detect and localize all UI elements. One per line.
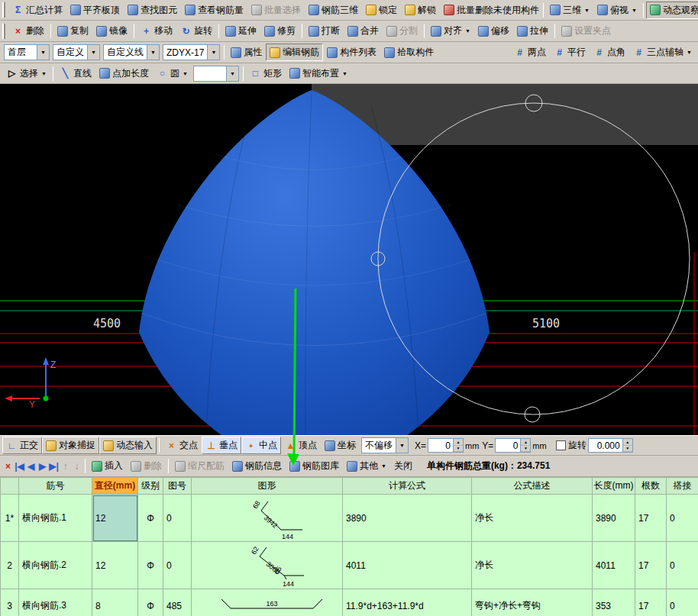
cell-formula[interactable]: 3890 (343, 495, 472, 542)
table-row[interactable]: 2 横向钢筋.2 12 Φ 0 62 3060 65 144 4011 净长 4… (1, 542, 698, 589)
nav-prev-button[interactable]: ◀ (25, 460, 37, 472)
x-coordinate-value[interactable]: 0 (428, 438, 454, 453)
chevron-down-icon[interactable]: ▼ (87, 45, 99, 60)
summary-calc-button[interactable]: Σ汇总计算 (8, 2, 66, 19)
cell-lap[interactable]: 0 (667, 589, 698, 616)
cell-formula-desc[interactable]: 净长 (472, 495, 593, 542)
cell-grade[interactable]: Φ (138, 542, 163, 589)
cell-count[interactable]: 17 (635, 542, 667, 589)
cell-formula[interactable]: 11.9*d+163+11.9*d (343, 589, 472, 616)
cell-formula-desc[interactable]: 弯钩+净长+弯钩 (472, 589, 593, 616)
chevron-down-icon[interactable]: ▼ (396, 438, 408, 453)
close-panel-icon[interactable]: × (2, 460, 14, 472)
spin-down-icon[interactable]: ▼ (521, 446, 530, 453)
spin-up-icon[interactable]: ▲ (521, 439, 530, 446)
merge-button[interactable]: 合并 (344, 22, 383, 40)
other-dropdown[interactable]: 其他▼ (343, 457, 390, 475)
rebar-info-button[interactable]: 钢筋信息 (228, 457, 286, 475)
col-header-diameter[interactable]: 直径(mm) (92, 478, 138, 495)
col-header-formula-desc[interactable]: 公式描述 (472, 478, 593, 495)
cell-figure-no[interactable]: 0 (163, 495, 192, 542)
toolbar-grip[interactable] (2, 2, 5, 18)
move-button[interactable]: +移动 (137, 22, 176, 40)
nav-first-button[interactable]: |◀ (14, 460, 25, 472)
coordinate-snap-button[interactable]: 坐标 (321, 437, 360, 454)
copy-button[interactable]: 复制 (53, 22, 92, 40)
spin-up-icon[interactable]: ▲ (454, 439, 463, 446)
nav-next-button[interactable]: ▶ (37, 460, 48, 472)
cell-name[interactable]: 横向钢筋.2 (19, 542, 92, 589)
rotate-angle-input[interactable]: 0.000▲▼ (588, 438, 633, 453)
nav-last-button[interactable]: ▶| (48, 460, 60, 472)
circle-dropdown[interactable]: ○圆▼ (153, 65, 192, 82)
y-coordinate-value[interactable]: 0 (495, 438, 521, 453)
unlock-button[interactable]: 解锁 (401, 2, 440, 19)
cell-formula[interactable]: 4011 (343, 542, 472, 589)
col-header-count[interactable]: 根数 (635, 478, 667, 495)
cell-diameter-selected[interactable]: 12 (92, 495, 138, 542)
chevron-down-icon[interactable]: ▼ (37, 45, 49, 60)
element-type-select[interactable]: 自定义线▼ (103, 44, 160, 60)
cell-length[interactable]: 353 (593, 589, 635, 616)
offset-button[interactable]: 偏移 (474, 22, 513, 40)
spin-down-icon[interactable]: ▼ (454, 446, 463, 453)
chevron-down-icon[interactable]: ▼ (226, 66, 238, 81)
rebar-library-button[interactable]: 钢筋图库 (286, 457, 343, 475)
cell-grade[interactable]: Φ (138, 589, 163, 616)
row-number-cell[interactable]: 3 (1, 589, 19, 616)
cell-length[interactable]: 4011 (593, 542, 635, 589)
row-number-cell[interactable]: 2 (1, 542, 19, 589)
point-angle-axis-button[interactable]: #点角 (590, 44, 629, 61)
align-slab-top-button[interactable]: 平齐板顶 (66, 2, 124, 19)
row-number-cell[interactable]: 1* (1, 495, 19, 542)
point-plus-length-button[interactable]: 点加长度 (95, 65, 153, 82)
stretch-button[interactable]: 拉伸 (513, 22, 552, 40)
col-header-formula[interactable]: 计算公式 (343, 478, 472, 495)
parallel-axis-button[interactable]: #平行 (550, 44, 590, 61)
cell-figure-no[interactable]: 0 (163, 542, 192, 589)
cell-figure-no[interactable]: 485 (163, 589, 192, 616)
three-point-aux-axis-dropdown[interactable]: #三点辅轴▼ (629, 44, 696, 61)
extend-button[interactable]: 延伸 (221, 22, 260, 40)
line-button[interactable]: ╲直线 (56, 65, 95, 82)
cell-formula-desc[interactable]: 净长 (472, 542, 593, 589)
cell-figure[interactable]: 68 3942 144 (192, 495, 343, 542)
element-name-select[interactable]: ZDYX-17▼ (163, 44, 220, 60)
viewport-3d[interactable]: 4500 5100 Z Y (0, 84, 698, 435)
pick-element-button[interactable]: 拾取构件 (380, 44, 438, 61)
cell-grade[interactable]: Φ (138, 495, 163, 542)
cell-lap[interactable]: 0 (667, 542, 698, 589)
table-row[interactable]: 1* 横向钢筋.1 12 Φ 0 68 3942 144 3890 净长 389… (1, 495, 698, 542)
floor-select[interactable]: 首层▼ (4, 44, 50, 60)
col-header-figure[interactable]: 图形 (192, 478, 343, 495)
view-rebar-qty-button[interactable]: 查看钢筋量 (181, 2, 247, 19)
cell-figure[interactable]: 163 (192, 589, 343, 616)
break-button[interactable]: 打断 (305, 22, 344, 40)
object-snap-toggle[interactable]: 对象捕捉 (42, 437, 99, 454)
smart-layout-dropdown[interactable]: 智能布置▼ (286, 65, 351, 82)
table-row[interactable]: 3 横向钢筋.3 8 Φ 485 163 11.9*d+163+11.9*d 弯… (1, 589, 698, 616)
view-3d-dropdown[interactable]: 三维▼ (546, 2, 593, 19)
midpoint-snap-button[interactable]: •中点 (241, 437, 281, 454)
top-view-dropdown[interactable]: 俯视▼ (593, 2, 641, 19)
batch-delete-unused-button[interactable]: 批量删除未使用构件 (440, 2, 543, 19)
spin-down-icon[interactable]: ▼ (623, 446, 632, 453)
cell-count[interactable]: 17 (635, 495, 667, 542)
dynamic-input-toggle[interactable]: 动态输入 (99, 437, 157, 454)
x-spinner[interactable]: ▲▼ (454, 438, 464, 453)
offset-select[interactable]: 不偏移▼ (361, 437, 409, 453)
toolbar-grip[interactable] (2, 24, 5, 39)
cell-name[interactable]: 横向钢筋.3 (19, 589, 92, 616)
rotate-angle-value[interactable]: 0.000 (588, 438, 623, 453)
rotate-button[interactable]: ↻旋转 (176, 22, 216, 40)
cell-length[interactable]: 3890 (593, 495, 635, 542)
cell-diameter[interactable]: 12 (92, 542, 138, 589)
vertex-snap-button[interactable]: ▲顶点 (281, 437, 321, 454)
cell-name[interactable]: 横向钢筋.1 (19, 495, 92, 542)
rect-button[interactable]: □矩形 (246, 65, 286, 82)
cell-count[interactable]: 17 (635, 589, 667, 616)
align-dropdown[interactable]: 对齐▼ (427, 22, 474, 40)
category-select[interactable]: 自定义▼ (53, 44, 100, 60)
delete-button[interactable]: ×删除 (8, 22, 48, 40)
rebar-3d-button[interactable]: 钢筋三维 (305, 2, 362, 19)
